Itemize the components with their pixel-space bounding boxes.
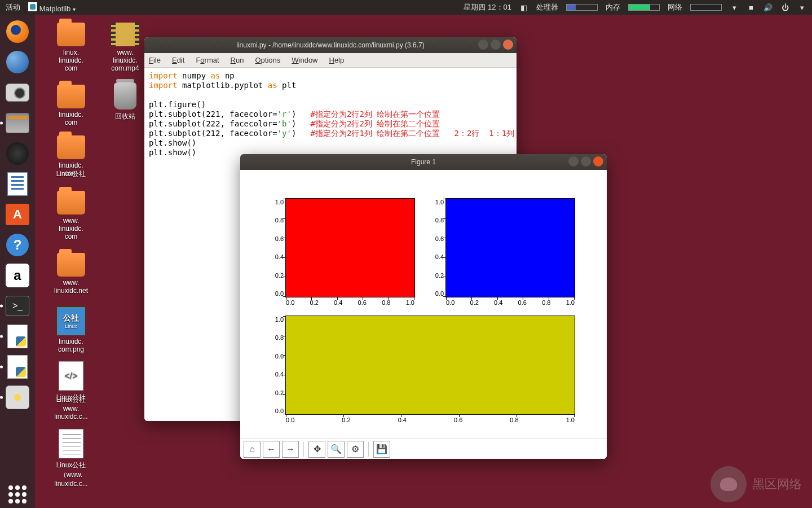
camera-icon xyxy=(6,84,29,102)
subplot-222: 1.00.80.60.40.20.0 0.00.20.40.60.81.0 xyxy=(445,198,575,297)
input-method-icon[interactable]: ▾ xyxy=(730,3,739,12)
amazon-icon: a xyxy=(6,264,29,287)
launcher-files[interactable] xyxy=(4,110,31,137)
figure-titlebar[interactable]: Figure 1 xyxy=(240,154,607,170)
activities-button[interactable]: 活动 xyxy=(6,2,20,12)
launcher-image-viewer[interactable] xyxy=(4,384,31,411)
net-label: 网络 xyxy=(668,2,682,12)
launcher-apps[interactable] xyxy=(4,481,31,508)
launcher-idle-1[interactable] xyxy=(4,323,31,350)
launcher-help[interactable]: ? xyxy=(4,231,31,259)
launcher-terminal[interactable]: >_ xyxy=(4,292,31,319)
folder-icon xyxy=(57,85,85,108)
launcher-thunderbird[interactable] xyxy=(4,49,31,76)
subplot-212: 1.00.80.60.40.20.0 0.00.20.40.60.81.0 xyxy=(285,316,575,415)
image-viewer-icon xyxy=(6,386,29,409)
software-icon: A xyxy=(6,204,29,225)
desktop-png-file[interactable]: 公社Linuxlinuxidc. com.png xyxy=(44,307,98,353)
menu-options[interactable]: Options xyxy=(255,56,280,64)
zoom-icon: 🔍 xyxy=(330,444,342,454)
desktop-folder-www-linuxidc-com[interactable]: www. linuxidc. com xyxy=(44,191,98,240)
character-map-icon[interactable]: ◧ xyxy=(519,3,528,12)
files-icon xyxy=(6,113,29,133)
menu-help[interactable]: Help xyxy=(329,56,345,64)
figure-toolbar: ⌂ ← → ✥ 🔍 ⚙ 💾 xyxy=(240,439,607,459)
desktop-label-linux-gongshe[interactable]: Linux公社 xyxy=(44,169,98,179)
desktop-folder-linuxidc-com[interactable]: linuxidc. com xyxy=(44,85,98,126)
minimize-button[interactable] xyxy=(568,156,579,167)
menu-edit[interactable]: Edit xyxy=(172,56,184,64)
launcher-dock: A ? a >_ xyxy=(0,15,35,508)
desktop-folder-www-linuxidc-net[interactable]: www. linuxidc.net xyxy=(44,253,98,295)
help-icon: ? xyxy=(6,234,29,256)
save-icon: 💾 xyxy=(376,444,387,454)
menu-file[interactable]: File xyxy=(149,56,161,64)
close-button[interactable] xyxy=(503,40,513,50)
matplotlib-figure-window[interactable]: Figure 1 1.00.80.60.40.20.0 0.00.20.40.6… xyxy=(240,154,607,459)
arrow-right-icon: → xyxy=(286,444,295,454)
close-button[interactable] xyxy=(593,156,603,167)
power-icon[interactable]: ⏻ xyxy=(780,3,789,12)
terminal-icon: >_ xyxy=(6,296,29,316)
toolbar-pan-button[interactable]: ✥ xyxy=(308,441,325,458)
folder-icon xyxy=(57,135,85,159)
launcher-software[interactable]: A xyxy=(4,201,31,228)
rhythmbox-icon xyxy=(6,142,29,165)
top-panel: 活动 Matplotlib▾ 星期四 12：01 ◧ 处理器 内存 网络 ▾ ■… xyxy=(0,0,812,15)
clock[interactable]: 星期四 12：01 xyxy=(464,2,511,12)
toolbar-configure-button[interactable]: ⚙ xyxy=(347,441,364,458)
watermark: 黑区网络 xyxy=(710,466,802,502)
toolbar-separator xyxy=(303,442,304,457)
desktop-text-file[interactable]: Linux公社 （www. linuxidc.c... xyxy=(44,429,98,488)
video-file-icon xyxy=(111,23,139,46)
cpu-meter xyxy=(566,4,598,11)
folder-icon xyxy=(57,23,85,46)
app-menu[interactable]: Matplotlib▾ xyxy=(28,2,76,13)
toolbar-save-button[interactable]: 💾 xyxy=(373,441,390,458)
launcher-writer[interactable] xyxy=(4,170,31,198)
launcher-rhythmbox[interactable] xyxy=(4,140,31,167)
toolbar-separator xyxy=(368,442,369,457)
launcher-idle-2[interactable] xyxy=(4,353,31,380)
network-icon[interactable]: ■ xyxy=(747,3,756,12)
text-file-icon xyxy=(59,429,83,458)
mem-label: 内存 xyxy=(606,2,620,12)
net-meter xyxy=(690,4,722,11)
home-icon: ⌂ xyxy=(249,444,255,454)
launcher-firefox[interactable] xyxy=(4,18,31,45)
subplot-221: 1.00.80.60.40.20.0 0.00.20.40.60.81.0 xyxy=(285,198,415,297)
volume-icon[interactable]: 🔊 xyxy=(764,3,773,12)
toolbar-back-button[interactable]: ← xyxy=(263,441,280,458)
toolbar-forward-button[interactable]: → xyxy=(282,441,299,458)
mem-meter xyxy=(628,4,660,11)
libreoffice-writer-icon xyxy=(7,172,28,196)
thunderbird-icon xyxy=(6,51,29,73)
minimize-button[interactable] xyxy=(478,40,488,50)
move-icon: ✥ xyxy=(314,444,321,454)
system-menu-icon[interactable]: ▾ xyxy=(797,3,806,12)
cpu-label: 处理器 xyxy=(536,2,558,12)
menu-window[interactable]: Window xyxy=(292,56,317,64)
menu-run[interactable]: Run xyxy=(231,56,244,64)
desktop-folder-linux-linuxidc-com[interactable]: linux. linuxidc. com xyxy=(44,23,98,72)
figure-canvas: 1.00.80.60.40.20.0 0.00.20.40.60.81.0 1.… xyxy=(240,170,607,439)
toolbar-zoom-button[interactable]: 🔍 xyxy=(328,441,345,458)
watermark-text: 黑区网络 xyxy=(752,476,802,493)
maximize-button[interactable] xyxy=(581,156,591,167)
mushroom-icon xyxy=(710,466,747,502)
launcher-camera[interactable] xyxy=(4,79,31,106)
arrow-left-icon: ← xyxy=(267,444,276,454)
launcher-amazon[interactable]: a xyxy=(4,262,31,289)
png-thumbnail-icon: 公社Linux xyxy=(57,307,85,335)
folder-icon xyxy=(57,191,85,214)
firefox-icon xyxy=(6,20,29,43)
matplotlib-icon xyxy=(28,2,37,11)
sliders-icon: ⚙ xyxy=(351,444,359,454)
toolbar-home-button[interactable]: ⌂ xyxy=(244,441,261,458)
menu-format[interactable]: Format xyxy=(196,56,219,64)
code-file-icon: </> xyxy=(59,361,83,391)
maximize-button[interactable] xyxy=(491,40,501,50)
desktop-label-linux-gongshe-2[interactable]: Linux公社 www. linuxidc.c... xyxy=(44,395,98,421)
editor-titlebar[interactable]: linuxmi.py - /home/linuxidc/www.linuxidc… xyxy=(144,37,517,53)
python-file-icon xyxy=(7,325,28,348)
